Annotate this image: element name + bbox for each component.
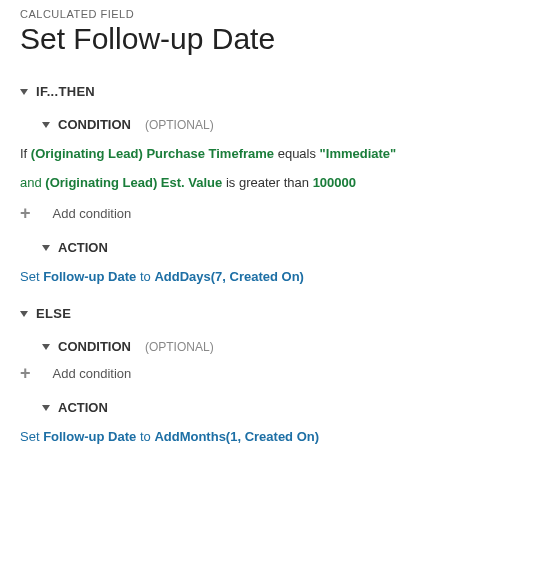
action-heading: ACTION bbox=[58, 400, 108, 415]
else-condition-header[interactable]: CONDITION (OPTIONAL) bbox=[42, 339, 513, 354]
condition-prefix: If bbox=[20, 146, 31, 161]
plus-icon: + bbox=[20, 204, 31, 222]
chevron-down-icon bbox=[42, 122, 50, 128]
action-target: Follow-up Date bbox=[43, 429, 136, 444]
optional-label: (OPTIONAL) bbox=[145, 118, 214, 132]
if-action-header[interactable]: ACTION bbox=[42, 240, 513, 255]
else-heading: ELSE bbox=[36, 306, 71, 321]
chevron-down-icon bbox=[20, 89, 28, 95]
condition-value: 100000 bbox=[313, 175, 356, 190]
add-condition-button[interactable]: + Add condition bbox=[20, 364, 513, 382]
condition-operator: is greater than bbox=[222, 175, 312, 190]
condition-field: (Originating Lead) Purchase Timeframe bbox=[31, 146, 274, 161]
else-header[interactable]: ELSE bbox=[20, 306, 513, 321]
if-then-section: IF...THEN CONDITION (OPTIONAL) If (Origi… bbox=[20, 84, 513, 284]
condition-heading: CONDITION bbox=[58, 339, 131, 354]
action-line-else[interactable]: Set Follow-up Date to AddMonths(1, Creat… bbox=[20, 429, 513, 444]
action-func: AddDays(7, Created On) bbox=[154, 269, 304, 284]
condition-field: (Originating Lead) Est. Value bbox=[45, 175, 222, 190]
action-prefix: Set bbox=[20, 269, 43, 284]
action-target: Follow-up Date bbox=[43, 269, 136, 284]
chevron-down-icon bbox=[42, 344, 50, 350]
action-func: AddMonths(1, Created On) bbox=[154, 429, 319, 444]
condition-prefix: and bbox=[20, 175, 45, 190]
action-heading: ACTION bbox=[58, 240, 108, 255]
condition-operator: equals bbox=[274, 146, 320, 161]
if-then-heading: IF...THEN bbox=[36, 84, 95, 99]
condition-line-2[interactable]: and (Originating Lead) Est. Value is gre… bbox=[20, 175, 513, 190]
condition-value: "Immediate" bbox=[320, 146, 397, 161]
chevron-down-icon bbox=[42, 245, 50, 251]
else-section: ELSE CONDITION (OPTIONAL) + Add conditio… bbox=[20, 306, 513, 444]
action-to: to bbox=[136, 429, 154, 444]
condition-line-1[interactable]: If (Originating Lead) Purchase Timeframe… bbox=[20, 146, 513, 161]
else-action-header[interactable]: ACTION bbox=[42, 400, 513, 415]
page-title: Set Follow-up Date bbox=[20, 22, 513, 56]
chevron-down-icon bbox=[20, 311, 28, 317]
add-condition-button[interactable]: + Add condition bbox=[20, 204, 513, 222]
chevron-down-icon bbox=[42, 405, 50, 411]
optional-label: (OPTIONAL) bbox=[145, 340, 214, 354]
page-label: CALCULATED FIELD bbox=[20, 8, 513, 20]
action-prefix: Set bbox=[20, 429, 43, 444]
condition-heading: CONDITION bbox=[58, 117, 131, 132]
if-condition-header[interactable]: CONDITION (OPTIONAL) bbox=[42, 117, 513, 132]
action-to: to bbox=[136, 269, 154, 284]
plus-icon: + bbox=[20, 364, 31, 382]
add-condition-label: Add condition bbox=[53, 206, 132, 221]
action-line-if[interactable]: Set Follow-up Date to AddDays(7, Created… bbox=[20, 269, 513, 284]
add-condition-label: Add condition bbox=[53, 366, 132, 381]
if-then-header[interactable]: IF...THEN bbox=[20, 84, 513, 99]
